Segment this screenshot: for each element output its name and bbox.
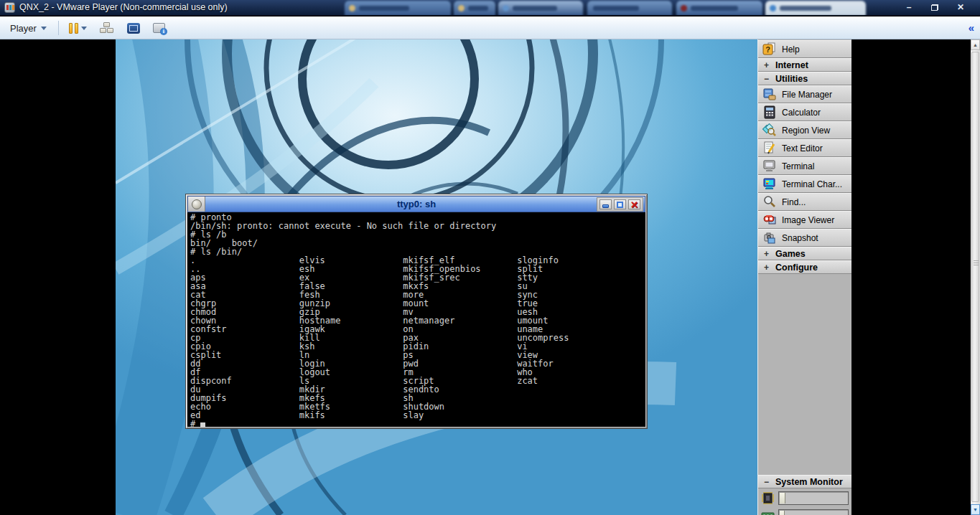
snapshot-icon — [762, 231, 777, 245]
background-tab[interactable] — [587, 1, 672, 16]
background-tab[interactable] — [345, 1, 451, 16]
shelf-item-image-viewer[interactable]: Image Viewer — [758, 211, 851, 229]
terminal-output[interactable]: # pronto/bin/sh: pronto: cannot execute … — [187, 212, 645, 427]
find-icon — [762, 195, 777, 209]
shelf-item-label: Terminal — [782, 161, 814, 171]
terminal-window-menu-button[interactable] — [188, 197, 205, 212]
shelf-item-calculator[interactable]: Calculator — [758, 103, 851, 121]
terminal-line: /bin/sh: pronto: cannot execute - No suc… — [190, 222, 645, 230]
shelf-group-label: Internet — [775, 60, 808, 70]
toolbar-separator — [58, 21, 59, 35]
tab-favicon — [458, 5, 465, 11]
background-tab[interactable] — [498, 1, 583, 16]
unity-mode-button[interactable] — [150, 21, 168, 35]
tab-favicon — [770, 5, 776, 11]
terminal-minimize-button[interactable] — [599, 199, 612, 209]
shelf-group-label: Utilities — [775, 74, 808, 84]
pause-icon — [69, 23, 78, 34]
expand-state-icon: + — [764, 249, 770, 259]
gauge-bar — [778, 491, 849, 505]
image-viewer-icon — [762, 213, 777, 227]
help-icon: ? — [762, 42, 777, 56]
collapse-toolbar-chevron[interactable]: « — [969, 22, 974, 34]
shelf-item-label: File Manager — [782, 90, 832, 100]
close-button[interactable]: ✕ — [951, 1, 970, 13]
player-menu[interactable]: Player — [6, 21, 51, 36]
shelf-group-games[interactable]: +Games — [758, 247, 851, 260]
shelf-item-text-editor[interactable]: Text Editor — [758, 139, 851, 157]
cpu-icon — [761, 491, 775, 505]
scrollbar-grip-icon — [974, 260, 979, 266]
expand-state-icon: − — [764, 74, 770, 84]
expand-state-icon: + — [764, 60, 770, 70]
terminal-icon — [762, 159, 777, 173]
shelf-group-configure[interactable]: +Configure — [758, 260, 851, 274]
minimize-icon — [602, 204, 609, 208]
background-tab[interactable] — [676, 1, 762, 16]
suspend-button[interactable] — [66, 21, 90, 36]
window-menu-sphere-icon — [192, 199, 202, 209]
maximize-icon — [617, 202, 623, 208]
shelf-item-label: Snapshot — [782, 233, 818, 243]
terminal-title: ttyp0: sh — [188, 199, 645, 209]
tab-favicon — [503, 5, 509, 11]
send-ctrl-alt-del-button[interactable] — [97, 20, 117, 36]
file-manager-icon — [762, 88, 777, 101]
window-title: QNX_2 - VMware Player (Non-commercial us… — [19, 2, 228, 12]
expand-state-icon: + — [764, 263, 770, 273]
shelf-item-terminal[interactable]: Terminal — [758, 157, 851, 175]
terminal-line: ed mkifs slay — [190, 411, 645, 420]
text-editor-icon — [762, 141, 777, 155]
ram-icon — [761, 509, 775, 515]
close-icon: ✕ — [630, 200, 638, 209]
qnx-desktop[interactable]: ttyp0: sh ✕ # pronto/bin/sh: pronto: can… — [116, 39, 851, 515]
shelf-item-label: Calculator — [782, 108, 821, 118]
tab-favicon — [681, 5, 687, 11]
terminal-cursor — [200, 422, 205, 427]
terminal-titlebar[interactable]: ttyp0: sh ✕ — [187, 196, 645, 212]
shelf-item-label: Region View — [782, 126, 830, 136]
scroll-down-button[interactable]: ▼ — [971, 504, 980, 515]
minimize-button[interactable]: – — [900, 1, 918, 13]
vmware-toolbar: Player « — [0, 16, 980, 39]
terminal-close-button[interactable]: ✕ — [628, 199, 640, 209]
terminal-maximize-button[interactable] — [614, 199, 626, 209]
restore-button[interactable] — [925, 1, 944, 13]
terminal-char-icon — [762, 177, 777, 191]
background-tab[interactable] — [454, 1, 495, 16]
shelf-item-label: Terminal Char... — [782, 179, 842, 189]
shelf-group-internet[interactable]: +Internet — [758, 58, 851, 72]
restore-icon — [931, 4, 938, 11]
expand-state-icon: − — [764, 477, 770, 487]
shelf-item-snapshot[interactable]: Snapshot — [758, 229, 851, 247]
svg-text:?: ? — [765, 45, 770, 54]
shelf-group-label: Games — [775, 249, 806, 259]
keyboard-keys-icon — [100, 22, 114, 34]
background-tab-active[interactable] — [765, 1, 866, 16]
terminal-line: # ls /b — [190, 230, 645, 239]
shelf-item-find[interactable]: Find... — [758, 193, 851, 211]
region-view-icon — [762, 123, 777, 137]
shelf-item-label: Help — [782, 44, 800, 55]
shelf-item-region-view[interactable]: Region View — [758, 121, 851, 139]
vmware-app-icon — [4, 2, 15, 13]
shelf-item-help[interactable]: ?Help — [758, 40, 851, 58]
shelf-group-utilities[interactable]: −Utilities — [758, 72, 851, 85]
system-monitor-section: −System Monitor — [758, 475, 851, 515]
shelf-group-label: Configure — [775, 263, 818, 273]
window-titlebar[interactable]: QNX_2 - VMware Player (Non-commercial us… — [0, 0, 980, 16]
terminal-window[interactable]: ttyp0: sh ✕ # pronto/bin/sh: pronto: can… — [185, 194, 648, 429]
vertical-scrollbar[interactable]: ▲ ▼ — [971, 39, 980, 515]
scroll-up-button[interactable]: ▲ — [971, 39, 980, 50]
ram-gauge — [761, 509, 849, 515]
shelf-item-file-manager[interactable]: File Manager — [758, 85, 851, 103]
unity-info-icon — [153, 23, 165, 33]
scrollbar-thumb[interactable] — [971, 52, 979, 502]
qnx-shelf-sidebar: ?Help+Internet−UtilitiesFile ManagerCalc… — [757, 39, 851, 515]
shelf-group-label: System Monitor — [775, 477, 843, 487]
shelf-item-label: Find... — [782, 197, 806, 207]
shelf-group-system-monitor[interactable]: −System Monitor — [758, 475, 851, 488]
shelf-item-terminal-char[interactable]: Terminal Char... — [758, 175, 851, 193]
fullscreen-button[interactable] — [124, 21, 143, 36]
fullscreen-icon — [127, 23, 140, 34]
